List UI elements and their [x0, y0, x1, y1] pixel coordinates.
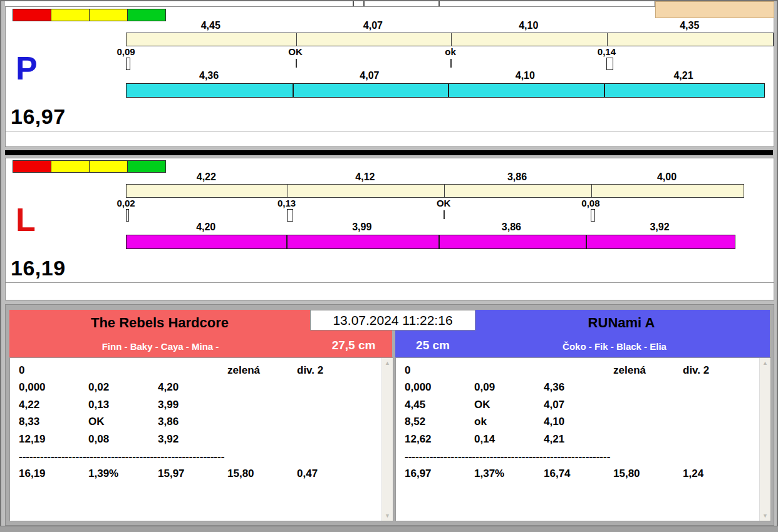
result-cell: 16,19	[19, 468, 88, 480]
split-value: 0,09	[101, 46, 151, 57]
start-light	[13, 160, 51, 173]
split-value: 4,07	[345, 70, 395, 81]
team-name: The Rebels Hardcore	[9, 315, 310, 331]
result-cell: 15,80	[227, 468, 297, 480]
split-value: 4,22	[181, 171, 231, 183]
result-row: 0,0000,094,36	[405, 379, 757, 396]
result-cell: 0,000	[19, 381, 88, 394]
cross-delta-labels: 0,020,13OK0,08	[6, 198, 774, 209]
start-light	[89, 9, 128, 21]
split-value: 3,92	[635, 222, 685, 233]
result-row: 12,620,144,21	[405, 431, 757, 448]
lane-letter: L	[16, 203, 36, 236]
start-light	[89, 160, 128, 173]
segment-divider	[604, 83, 605, 98]
result-cell: 4,36	[544, 381, 613, 394]
net-split-labels: 4,203,993,863,92	[6, 222, 774, 233]
timestamp: 13.07.2024 11:22:16	[310, 310, 475, 330]
split-value: 4,45	[185, 20, 236, 31]
segment-divider	[444, 185, 445, 197]
jump-height: 25 cm	[403, 339, 463, 352]
result-cell: ok	[474, 416, 544, 428]
segment-divider	[286, 235, 288, 249]
result-cell: 0	[405, 364, 474, 377]
divider-dashes: ----------------------------------------…	[405, 448, 757, 465]
start-lights	[13, 9, 166, 20]
cross-delta-marks	[6, 209, 774, 222]
result-cell: 4,10	[544, 416, 613, 428]
result-row: 0zelenádiv. 2	[19, 362, 379, 379]
segment-divider	[296, 33, 297, 46]
result-row: 4,220,133,99	[19, 396, 379, 413]
scroll-up-icon[interactable]: ▲	[382, 358, 393, 368]
result-cell: zelená	[613, 364, 683, 377]
segment-divider	[288, 185, 288, 197]
result-cell: 0	[19, 364, 88, 377]
window-top-strip	[5, 1, 654, 6]
result-cell: div. 2	[683, 364, 757, 377]
cross-delta-marks	[6, 58, 774, 70]
result-cell: 4,07	[544, 399, 613, 411]
result-row: 12,190,083,92	[19, 431, 379, 448]
segment-divider	[448, 83, 449, 98]
top-strip-tick	[438, 1, 440, 6]
result-cell: 1,39%	[88, 468, 158, 480]
result-row: 8,33OK3,86	[19, 414, 379, 431]
lane-letter: P	[16, 52, 38, 84]
result-row: 0,0000,024,20	[19, 379, 379, 396]
split-value: 4,35	[665, 20, 715, 31]
result-cell: 8,33	[19, 416, 88, 428]
split-value: 3,86	[492, 171, 542, 183]
gross-time-bar	[126, 33, 774, 46]
result-cell: 12,19	[19, 433, 88, 446]
net-split-labels: 4,364,074,104,21	[6, 70, 774, 81]
segment-divider	[293, 83, 294, 98]
start-light	[127, 160, 166, 173]
divider-dashes: ----------------------------------------…	[19, 448, 379, 465]
cross-ok-tick	[443, 210, 445, 219]
result-cell: 15,80	[613, 468, 683, 480]
net-time-bar	[126, 235, 735, 249]
result-cell: 1,24	[683, 468, 757, 480]
split-value: 0,14	[581, 46, 631, 57]
start-lights	[13, 160, 166, 171]
results-section: The Rebels Hardcore Finn - Baky - Caya -…	[5, 304, 774, 526]
segment-divider	[591, 185, 592, 197]
result-row: 4,45OK4,07	[405, 396, 757, 413]
scrollbar[interactable]: ▲ ▼	[759, 358, 770, 521]
cross-fault-box	[287, 209, 293, 222]
lane-panel-left: 4,224,123,864,00 0,020,13OK0,08 4,203,99…	[5, 158, 774, 300]
result-cell: OK	[474, 399, 544, 411]
split-value: 4,10	[504, 20, 554, 31]
split-value: 4,21	[658, 70, 708, 81]
team-dogs: Finn - Baky - Caya - Mina -	[38, 341, 283, 352]
result-cell: OK	[88, 416, 158, 428]
scrollbar[interactable]: ▲ ▼	[381, 358, 393, 521]
lane-panel-right: 4,454,074,104,35 0,09OKok0,14 4,364,074,…	[5, 6, 774, 147]
split-value: 4,12	[340, 171, 390, 183]
cross-ok-tick	[296, 59, 297, 68]
cross-fault-box	[606, 58, 613, 70]
result-cell: 3,86	[158, 416, 227, 428]
result-cell: 8,52	[405, 416, 474, 428]
segment-divider	[607, 33, 608, 46]
result-cell: 4,45	[405, 399, 474, 411]
split-value: 4,10	[500, 70, 550, 81]
result-cell: 12,62	[405, 433, 474, 446]
cross-ok-tick	[450, 59, 452, 68]
scroll-down-icon[interactable]: ▼	[382, 511, 393, 521]
status-strip	[0, 526, 778, 532]
start-light	[51, 160, 90, 173]
upper-split-labels: 4,454,074,104,35	[6, 20, 774, 31]
team-name: RUNami A	[474, 315, 769, 331]
cross-fault-box	[126, 58, 130, 70]
scroll-down-icon[interactable]: ▼	[760, 511, 770, 521]
result-row: 8,52ok4,10	[405, 414, 757, 431]
scroll-up-icon[interactable]: ▲	[760, 358, 770, 368]
result-cell: 3,92	[158, 433, 227, 446]
cross-delta-labels: 0,09OKok0,14	[6, 46, 774, 58]
lane-inner-divider	[6, 131, 774, 131]
split-value: OK	[418, 198, 469, 208]
result-cell: 16,74	[544, 468, 613, 480]
gross-time-bar	[126, 184, 744, 198]
